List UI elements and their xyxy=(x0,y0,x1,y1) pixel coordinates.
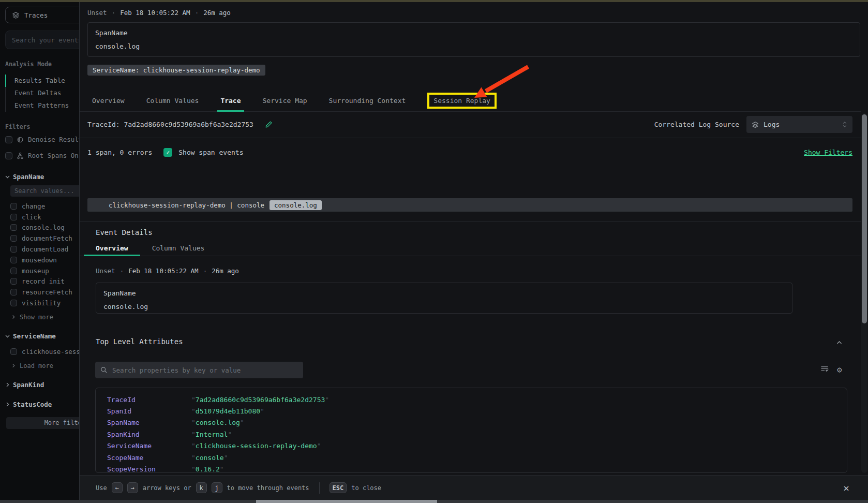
filter-option[interactable]: resourceFetch xyxy=(10,287,79,298)
hint-text: Use xyxy=(96,484,107,492)
attribute-value[interactable]: d51079d4eb11b080 xyxy=(191,407,264,415)
checkbox-icon[interactable] xyxy=(10,224,17,231)
show-span-events-checkbox[interactable]: ✓ xyxy=(163,148,172,157)
gear-icon[interactable]: ⚙ xyxy=(837,365,842,375)
attribute-value[interactable]: 0.16.2 xyxy=(191,465,224,473)
relative-time: 26m ago xyxy=(212,267,239,275)
background-page-bottom-edge xyxy=(0,500,868,503)
tab-trace[interactable]: Trace xyxy=(220,90,241,111)
log-source-select[interactable]: Logs xyxy=(746,116,852,133)
filter-group-servicename[interactable]: ServiceName xyxy=(5,331,79,342)
trace-span-bar[interactable]: clickhouse-session-replay-demo | console… xyxy=(87,198,852,212)
filter-option[interactable]: clickhouse-session-replay-demo xyxy=(10,346,79,357)
tab-service-map[interactable]: Service Map xyxy=(263,90,307,111)
filter-group-statuscode[interactable]: StatusCode xyxy=(5,399,79,410)
tab-session-replay[interactable]: Session Replay xyxy=(427,93,497,109)
filter-option[interactable]: change xyxy=(10,201,79,212)
checkbox-icon[interactable] xyxy=(5,152,12,159)
nav-item-event-patterns[interactable]: Event Patterns xyxy=(5,99,79,112)
attribute-value[interactable]: 7ad2ad8660c9d53969a6bf6a3e2d2753 xyxy=(191,396,329,404)
tab-overview[interactable]: Overview xyxy=(92,90,125,111)
chevron-updown-icon xyxy=(842,121,847,128)
filter-option[interactable]: console.log xyxy=(10,223,79,233)
sidebar-search xyxy=(5,31,79,49)
checkbox-icon[interactable] xyxy=(10,203,17,210)
attribute-value[interactable]: clickhouse-session-replay-demo xyxy=(191,442,321,450)
edit-pencil-icon[interactable] xyxy=(265,121,273,128)
show-more-link[interactable]: Show more xyxy=(11,312,79,322)
key-arrow-left: ← xyxy=(112,482,123,493)
checkbox-icon[interactable] xyxy=(10,257,17,263)
tab-surrounding-context[interactable]: Surrounding Context xyxy=(329,90,406,111)
filter-option[interactable]: click xyxy=(10,212,79,223)
timestamp: Feb 18 10:05:22 AM xyxy=(120,9,190,17)
filter-toggle-denoise[interactable]: Denoise Results xyxy=(5,132,79,146)
span-name-card: SpanName console.log xyxy=(87,22,860,57)
field-label: SpanName xyxy=(95,28,852,37)
attribute-row: SpanKind Internal xyxy=(107,428,835,440)
filter-group-spanname[interactable]: SpanName xyxy=(5,171,79,182)
nav-item-event-deltas[interactable]: Event Deltas xyxy=(5,87,79,99)
sidebar-search-input[interactable] xyxy=(12,36,79,44)
event-tab-overview[interactable]: Overview xyxy=(96,240,128,256)
attribute-key[interactable]: ScopeName xyxy=(107,454,191,462)
attribute-row: SpanName console.log xyxy=(107,417,835,428)
filter-option[interactable]: documentLoad xyxy=(10,244,79,255)
load-more-link[interactable]: Load more xyxy=(11,361,79,371)
checkbox-icon[interactable] xyxy=(10,268,17,274)
checkbox-icon[interactable] xyxy=(10,348,17,355)
span-name-card-secondary: SpanName console.log xyxy=(96,283,792,314)
horizontal-scrollbar-thumb[interactable] xyxy=(256,500,437,503)
scrollbar-thumb[interactable] xyxy=(862,114,867,323)
spanname-value-search-input[interactable] xyxy=(14,187,79,195)
attribute-key[interactable]: SpanKind xyxy=(107,431,191,438)
filter-option[interactable]: mouseup xyxy=(10,265,79,276)
checkbox-icon[interactable] xyxy=(10,246,17,253)
hint-text: to move through events xyxy=(227,484,309,492)
event-meta-secondary: Unset · Feb 18 10:05:22 AM · 26m ago xyxy=(96,267,239,275)
attribute-value[interactable]: Internal xyxy=(191,431,232,438)
layers-icon xyxy=(12,11,20,19)
filter-group-spankind[interactable]: SpanKind xyxy=(5,379,79,391)
filter-option[interactable]: visibility xyxy=(10,298,79,308)
collapse-chevron-up-icon[interactable] xyxy=(836,337,843,347)
attribute-value[interactable]: console xyxy=(191,454,228,462)
event-details-title: Event Details xyxy=(96,228,153,236)
checkbox-icon[interactable] xyxy=(5,136,12,143)
attribute-key[interactable]: ScopeVersion xyxy=(107,465,191,473)
attribute-row: ScopeVersion 0.16.2 xyxy=(107,463,835,473)
close-icon[interactable]: × xyxy=(843,482,849,494)
relative-time: 26m ago xyxy=(203,9,231,17)
checkbox-icon[interactable] xyxy=(10,289,17,295)
dot-separator: · xyxy=(112,9,116,17)
vertical-scrollbar[interactable] xyxy=(861,113,867,473)
tab-column-values[interactable]: Column Values xyxy=(146,90,199,111)
checkbox-icon[interactable] xyxy=(10,278,17,285)
attribute-key[interactable]: SpanId xyxy=(107,407,191,415)
attribute-key[interactable]: SpanName xyxy=(107,419,191,426)
attribute-key[interactable]: ServiceName xyxy=(107,442,191,450)
filter-option[interactable]: mousedown xyxy=(10,255,79,265)
source-selector-button[interactable]: Traces xyxy=(5,7,79,23)
checkbox-icon[interactable] xyxy=(10,300,17,306)
filter-toggle-root-spans[interactable]: Root Spans Only xyxy=(5,149,79,162)
nav-item-results-table[interactable]: Results Table xyxy=(5,75,79,87)
attributes-search-input[interactable] xyxy=(112,366,298,374)
show-filters-link[interactable]: Show Filters xyxy=(804,149,852,156)
checkbox-icon[interactable] xyxy=(10,235,17,242)
wrap-lines-icon[interactable] xyxy=(820,365,829,375)
more-filters-button[interactable]: More filters xyxy=(6,417,79,429)
filter-option[interactable]: record init xyxy=(10,276,79,287)
hint-text: arrow keys or xyxy=(143,484,191,492)
attribute-value[interactable]: console.log xyxy=(191,419,244,426)
service-name-chip[interactable]: ServiceName: clickhouse-session-replay-d… xyxy=(87,65,265,76)
attribute-row: SpanId d51079d4eb11b080 xyxy=(107,405,835,417)
span-summary-row: 1 span, 0 errors ✓ Show span events Show… xyxy=(80,138,861,166)
toggle-label: Denoise Results xyxy=(28,136,79,143)
event-tab-column-values[interactable]: Column Values xyxy=(152,240,205,256)
span-bar-badge: console.log xyxy=(270,200,322,210)
checkbox-icon[interactable] xyxy=(10,214,17,220)
correlated-log-source-label: Correlated Log Source xyxy=(654,121,739,128)
filter-option[interactable]: documentFetch xyxy=(10,233,79,244)
attribute-key[interactable]: TraceId xyxy=(107,396,191,404)
